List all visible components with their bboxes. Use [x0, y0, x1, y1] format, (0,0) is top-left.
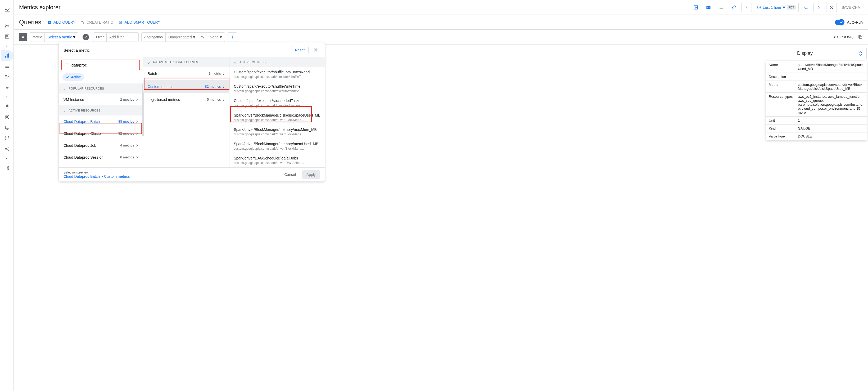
apply-button[interactable]: Apply — [302, 170, 320, 179]
network-icon[interactable] — [1, 144, 13, 154]
preview-label: Selection preview — [63, 171, 130, 174]
add-condition-button[interactable] — [227, 32, 237, 42]
cancel-button[interactable]: Cancel — [280, 170, 300, 179]
metric-item[interactable]: Spark/driver/BlockManager/memory/maxMem_… — [229, 124, 325, 139]
svg-line-32 — [6, 149, 8, 150]
svg-rect-20 — [5, 126, 9, 129]
svg-rect-3 — [7, 35, 8, 36]
close-icon[interactable]: ✕ — [311, 47, 320, 53]
svg-line-14 — [9, 78, 9, 78]
auto-run-label: Auto-Run — [847, 20, 863, 24]
queries-bar: Queries ADD QUERY CREATE RATIO ADD SMART… — [14, 15, 868, 30]
metric-item[interactable]: Spark/driver/BlockManager/memory/memUsed… — [229, 139, 325, 153]
link-icon[interactable] — [728, 3, 739, 12]
svg-point-30 — [8, 150, 9, 150]
left-nav-rail — [0, 0, 14, 391]
category-batch[interactable]: Batch 1 metric› — [143, 67, 229, 80]
copy-icon[interactable] — [858, 35, 863, 39]
svg-rect-2 — [6, 35, 7, 36]
metric-item[interactable]: Custom/spark/executor/shuffleTotalBytesR… — [229, 67, 325, 81]
metric-selector-dropdown: Select a metric Reset ✕ — [59, 43, 325, 181]
save-chart-button[interactable]: SAVE CHA — [839, 5, 863, 9]
add-query-button[interactable]: ADD QUERY — [48, 20, 75, 24]
search-input[interactable] — [71, 63, 137, 67]
svg-point-19 — [6, 117, 8, 118]
zoom-icon[interactable] — [801, 3, 811, 12]
svg-rect-6 — [8, 54, 9, 58]
filter-list-icon[interactable] — [1, 82, 13, 93]
category-logs-based[interactable]: Logs-based metrics 5 metrics› — [143, 93, 229, 106]
display-title: Display — [797, 51, 813, 56]
filter-input[interactable]: Add filter — [107, 35, 138, 39]
page-title: Metrics explorer — [19, 4, 60, 11]
active-resources-header[interactable]: ⌄ACTIVE RESOURCES — [59, 106, 143, 115]
resource-dataproc-batch[interactable]: Cloud Dataproc Batch 88 metrics› — [59, 115, 143, 128]
collapse-icon[interactable] — [859, 51, 863, 56]
timezone-badge: PDT — [787, 5, 796, 9]
save-dashboard-icon[interactable] — [690, 3, 701, 12]
auto-run-toggle[interactable] — [835, 20, 844, 25]
code-icon[interactable] — [703, 3, 714, 12]
svg-point-24 — [5, 139, 6, 140]
metric-item[interactable]: Custom/spark/executor/shuffleWriteTime c… — [229, 81, 325, 95]
svg-rect-34 — [707, 6, 711, 9]
aggregation-label: Aggregation — [142, 33, 166, 41]
preview-path[interactable]: Cloud Dataproc Batch > Custom metrics — [63, 174, 130, 178]
time-range-label: Last 1 hour — [763, 5, 781, 9]
metric-item-diskspace[interactable]: Spark/driver/BlockManager/disk/diskSpace… — [229, 110, 325, 124]
sync-off-icon[interactable] — [826, 3, 837, 12]
search-box[interactable] — [61, 60, 140, 70]
resource-dataproc-session[interactable]: Cloud Dataproc Session 6 metrics› — [59, 151, 143, 163]
active-filter-chip[interactable]: Active — [62, 74, 84, 81]
filter-label: Filter — [93, 33, 107, 41]
groups-icon[interactable] — [1, 133, 13, 144]
metric-item[interactable]: Custom/spark/executor/succeededTasks cus… — [229, 95, 325, 110]
uptime-icon[interactable] — [1, 112, 13, 122]
grid-icon[interactable] — [1, 31, 13, 42]
promql-button[interactable]: < > PROMQL — [833, 35, 855, 39]
by-select[interactable]: None ▾ — [207, 34, 224, 40]
rail-separator — [6, 46, 7, 47]
metric-item[interactable]: Spark/driver/DAGScheduler/job/allJobs cu… — [229, 153, 325, 167]
reset-button[interactable]: Reset — [291, 46, 309, 54]
alerting-icon[interactable] — [1, 101, 13, 112]
list-icon[interactable] — [1, 61, 13, 72]
add-smart-query-button[interactable]: ADD SMART QUERY — [119, 20, 160, 24]
overview-icon[interactable] — [1, 5, 13, 16]
monitor-icon[interactable] — [1, 122, 13, 133]
svg-rect-4 — [5, 56, 6, 58]
help-icon[interactable]: ? — [83, 34, 89, 40]
dashboards-icon[interactable] — [1, 21, 13, 31]
create-ratio-button[interactable]: CREATE RATIO — [81, 20, 113, 24]
query-id-chip[interactable]: A — [19, 33, 27, 41]
resource-dataproc-cluster[interactable]: Cloud Dataproc Cluster 32 metrics› — [59, 128, 143, 139]
metrics-explorer-icon[interactable] — [1, 50, 13, 61]
svg-point-23 — [8, 136, 9, 137]
svg-point-28 — [5, 148, 6, 149]
resource-vm-instance[interactable]: VM Instance 2 metrics› — [59, 93, 143, 106]
exit-icon[interactable] — [1, 163, 13, 173]
categories-header[interactable]: ⌄ACTIVE METRIC CATEGORIES — [143, 57, 229, 67]
by-label: by — [198, 33, 207, 41]
aggregation-select[interactable]: Unaggregated ▾ — [166, 34, 198, 40]
search-list-icon[interactable] — [1, 72, 13, 82]
resource-dataproc-job[interactable]: Cloud Dataproc Job 4 metrics› — [59, 139, 143, 151]
filter-icon — [65, 62, 69, 67]
svg-rect-5 — [7, 54, 7, 58]
select-metric-button[interactable]: Select a metric ▾ — [45, 34, 78, 40]
queries-title: Queries — [19, 19, 41, 26]
top-header: Metrics explorer Last 1 hour ▾ PDT SAVE … — [14, 0, 868, 15]
display-panel: Display — [793, 48, 867, 59]
download-icon[interactable] — [716, 3, 726, 12]
prev-time-button[interactable] — [741, 3, 752, 12]
metric-details-card: Namespark/driver/BlockManager/disk/diskS… — [766, 61, 867, 140]
category-custom-metrics[interactable]: Custom metrics 82 metrics› — [143, 80, 229, 93]
metrics-header[interactable]: ⌄ACTIVE METRICS — [229, 57, 325, 67]
popular-resources-header[interactable]: ⌄POPULAR RESOURCES — [59, 83, 143, 93]
time-range-selector[interactable]: Last 1 hour ▾ PDT — [754, 3, 799, 12]
svg-line-37 — [807, 8, 808, 9]
next-time-button[interactable] — [813, 3, 824, 12]
dropdown-title: Select a metric — [63, 48, 90, 52]
svg-point-36 — [805, 6, 807, 8]
svg-rect-0 — [4, 12, 9, 12]
